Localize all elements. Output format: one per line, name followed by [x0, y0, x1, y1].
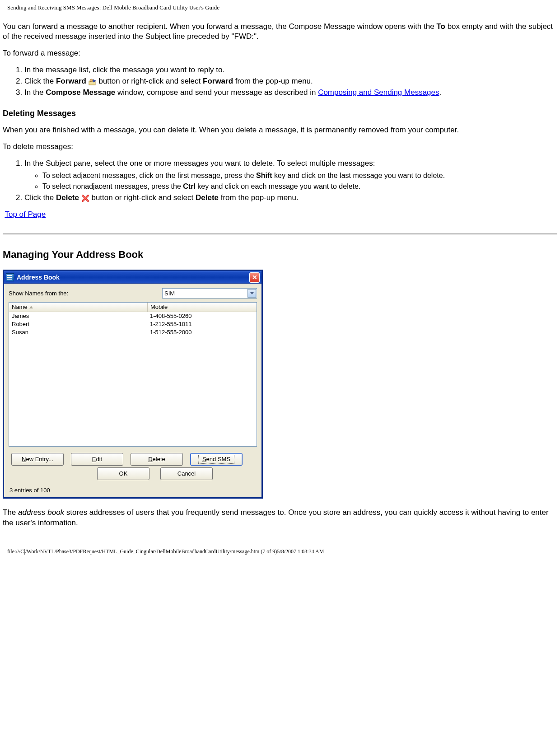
- forward-steps: In the message list, click the message y…: [3, 65, 557, 98]
- text-bold: Shift: [256, 172, 272, 179]
- deleting-heading: Deleting Messages: [3, 108, 557, 119]
- text: .: [439, 88, 442, 97]
- delete-button[interactable]: Delete: [131, 453, 183, 466]
- svg-rect-0: [89, 81, 95, 85]
- source-select[interactable]: SIM: [162, 288, 257, 299]
- titlebar[interactable]: Address Book ✕: [4, 271, 261, 284]
- text-bold: Forward: [203, 77, 233, 85]
- chevron-down-icon[interactable]: [247, 289, 256, 298]
- list-item: In the Subject pane, select the one or m…: [24, 159, 557, 191]
- delete-steps: In the Subject pane, select the one or m…: [3, 159, 557, 203]
- text: You can forward a message to another rec…: [3, 22, 436, 31]
- sort-asc-icon: [29, 306, 33, 308]
- mnemonic: S: [202, 456, 206, 462]
- forward-icon: [89, 78, 97, 86]
- address-book-desc: The address book stores addresses of use…: [3, 508, 557, 528]
- text: To select adjacent messages, click on th…: [42, 172, 256, 179]
- status-text: 3 entries of 100: [9, 485, 257, 495]
- address-book-window: Address Book ✕ Show Names from the: SIM …: [3, 270, 263, 499]
- mobile-column-header[interactable]: Mobile: [148, 303, 257, 311]
- text: key and click on the last message you wa…: [272, 172, 445, 179]
- text: elete: [153, 456, 165, 462]
- cell-mobile: 1-408-555-0260: [147, 312, 257, 320]
- sub-list: To select adjacent messages, click on th…: [24, 171, 557, 191]
- text: dit: [96, 456, 102, 462]
- divider: [3, 233, 557, 234]
- top-of-page-link[interactable]: Top of Page: [5, 210, 46, 219]
- select-value: SIM: [164, 289, 175, 298]
- composing-link[interactable]: Composing and Sending Messages: [318, 88, 439, 97]
- cancel-button[interactable]: Cancel: [160, 467, 213, 480]
- list-item: Click the Delete button or right-click a…: [24, 193, 557, 203]
- text: ew Entry...: [26, 456, 53, 462]
- text: The: [3, 508, 18, 517]
- show-names-label: Show Names from the:: [9, 289, 162, 298]
- list-item: Click the Forward button or right-click …: [24, 76, 557, 87]
- cell-name: Susan: [9, 328, 147, 336]
- svg-point-1: [90, 79, 93, 82]
- list-item: To select nonadjacent messages, press th…: [42, 182, 557, 191]
- window-title: Address Book: [17, 273, 60, 282]
- table-row[interactable]: Robert 1-212-555-1011: [9, 320, 257, 328]
- text: window, compose and send your message as…: [115, 88, 318, 97]
- cell-name: James: [9, 312, 147, 320]
- text-bold: Compose Message: [46, 88, 115, 97]
- text-italic: address book: [18, 508, 64, 517]
- text-bold: Delete: [56, 193, 79, 202]
- text: key and click on each message you want t…: [196, 182, 361, 190]
- address-book-heading: Managing Your Address Book: [3, 248, 557, 261]
- delete-lead: To delete messages:: [3, 142, 557, 152]
- list-item: In the message list, click the message y…: [24, 65, 557, 75]
- text-bold: Ctrl: [183, 182, 196, 190]
- text-bold: Delete: [196, 193, 219, 202]
- text: button or right-click and select: [98, 77, 203, 85]
- text: from the pop-up menu.: [219, 193, 299, 202]
- text: In the Subject pane, select the one or m…: [24, 159, 375, 168]
- contacts-list[interactable]: Name Mobile James 1-408-555-0260 Robert …: [9, 302, 257, 447]
- text: In the: [24, 88, 46, 97]
- cell-mobile: 1-512-555-2000: [147, 328, 257, 336]
- table-row[interactable]: Susan 1-512-555-2000: [9, 328, 257, 336]
- page-header: Sending and Receiving SMS Messages: Dell…: [2, 0, 558, 15]
- cell-mobile: 1-212-555-1011: [147, 320, 257, 328]
- list-item: To select adjacent messages, click on th…: [42, 171, 557, 181]
- send-sms-button[interactable]: Send SMS: [190, 453, 243, 466]
- text: button or right-click and select: [91, 193, 196, 202]
- ok-button[interactable]: OK: [97, 467, 149, 480]
- address-book-icon: [6, 273, 14, 281]
- forward-intro-para: You can forward a message to another rec…: [3, 22, 557, 42]
- to-bold: To: [436, 22, 445, 31]
- text: Click the: [24, 193, 56, 202]
- table-row[interactable]: James 1-408-555-0260: [9, 312, 257, 320]
- text: from the pop-up menu.: [233, 77, 313, 85]
- close-icon[interactable]: ✕: [249, 272, 260, 283]
- list-item: In the Compose Message window, compose a…: [24, 88, 557, 98]
- text: Name: [12, 303, 28, 311]
- page-footer: file:///C|/Work/NVTL/Phase3/PDFRequest/H…: [2, 534, 558, 560]
- list-header[interactable]: Name Mobile: [9, 303, 257, 312]
- edit-button[interactable]: Edit: [71, 453, 123, 466]
- new-entry-button[interactable]: New Entry...: [11, 453, 64, 466]
- mnemonic: D: [148, 456, 152, 462]
- delete-intro: When you are finished with a message, yo…: [3, 125, 557, 135]
- forward-lead: To forward a message:: [3, 48, 557, 59]
- name-column-header[interactable]: Name: [9, 303, 148, 312]
- delete-icon: [81, 194, 89, 202]
- text: end SMS: [206, 456, 230, 462]
- text-bold: Forward: [56, 77, 86, 85]
- text: Click the: [24, 77, 56, 85]
- text: To select nonadjacent messages, press th…: [42, 182, 183, 190]
- cell-name: Robert: [9, 320, 147, 328]
- text: stores addresses of users that you frequ…: [3, 508, 549, 527]
